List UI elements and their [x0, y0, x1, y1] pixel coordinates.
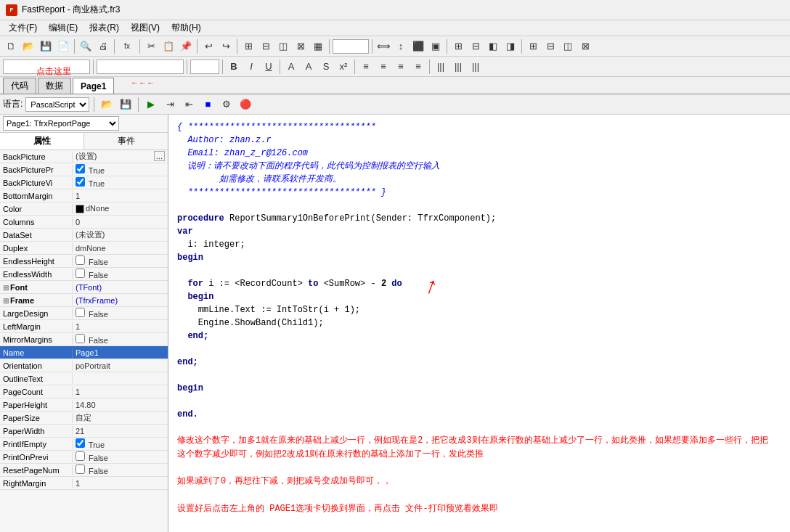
open-btn[interactable]: 📂 [20, 38, 36, 54]
save2-btn[interactable]: 📄 [55, 38, 71, 54]
tb13[interactable]: ⬛ [410, 38, 426, 54]
menu-report[interactable]: 报表(R) [84, 20, 125, 36]
prop-row-paperheight: PaperHeight 14.80 [0, 398, 168, 412]
prop-row-duplex: Duplex dmNone [0, 242, 168, 255]
redo-btn[interactable]: ↪ [218, 38, 234, 54]
tb7[interactable]: ⊟ [258, 38, 274, 54]
menu-bar: 文件(F) 编辑(E) 报表(R) 视图(V) 帮助(H) [0, 20, 790, 36]
sep8 [447, 39, 447, 54]
fsep2 [187, 60, 187, 74]
begin1: begin [177, 251, 781, 264]
underline-btn[interactable]: U [261, 59, 277, 75]
panel-tab-events[interactable]: 事件 [84, 133, 168, 150]
prop-row-endlesswidth: EndlessWidth False [0, 268, 168, 281]
sep2 [114, 39, 115, 54]
step-btn[interactable]: ⇥ [162, 97, 178, 112]
arrow-note: ←←← [131, 78, 155, 87]
sep6 [329, 39, 330, 54]
var-decl: i: integer; [177, 238, 781, 251]
cut-btn[interactable]: ✂ [143, 38, 159, 54]
copy-btn[interactable]: 📋 [160, 38, 176, 54]
align-right-btn[interactable]: ≡ [393, 59, 409, 75]
tb16[interactable]: ⊟ [468, 38, 484, 54]
tb20[interactable]: ⊟ [542, 38, 558, 54]
tb19[interactable]: ⊞ [525, 38, 541, 54]
prop-row-name: Name Page1 [0, 346, 168, 359]
script-x-btn[interactable]: 🔴 [237, 97, 253, 112]
tb6[interactable]: ⊞ [240, 38, 256, 54]
prop-row-backpicturevi: BackPictureVi True [0, 176, 168, 189]
script-cfg-btn[interactable]: ⚙ [219, 97, 235, 112]
prop-row-paperwidth: PaperWidth 21 [0, 425, 168, 438]
zoom-input[interactable] [333, 39, 369, 54]
prop-row-printifempty: PrintIfEmpty True [0, 438, 168, 451]
menu-view[interactable]: 视图(V) [125, 20, 166, 36]
stop-btn[interactable]: ■ [200, 97, 216, 112]
lang-select[interactable]: PascalScript BasicScript CppScript [25, 97, 89, 112]
align-left-btn[interactable]: ≡ [358, 59, 374, 75]
print-btn[interactable]: 🖨 [95, 38, 111, 54]
tb17[interactable]: ◧ [485, 38, 501, 54]
panel-page-select[interactable]: Page1: TfrxReportPage [3, 116, 119, 131]
sub-btn[interactable]: x² [335, 59, 351, 75]
undo-btn[interactable]: ↩ [200, 38, 216, 54]
panel-header: Page1: TfrxReportPage [0, 115, 168, 133]
prop-row-papersize: PaperSize 自定 [0, 412, 168, 425]
tb-f2[interactable]: ||| [450, 59, 466, 75]
prop-row-mirrormargins: MirrorMargins False [0, 333, 168, 346]
tb-f1[interactable]: ||| [433, 59, 449, 75]
tb15[interactable]: ⊞ [450, 38, 466, 54]
tb10[interactable]: ▦ [310, 38, 326, 54]
strikeout-btn[interactable]: S [318, 59, 334, 75]
tb22[interactable]: ⊠ [577, 38, 593, 54]
align-justify-btn[interactable]: ≡ [410, 59, 426, 75]
annotation3: 设置好后点击左上角的 PAGE1选项卡切换到界面，再点击 文件-打印预览看效果即 [177, 502, 781, 516]
style-input[interactable] [3, 60, 90, 74]
toolbar-2: B I U A A S x² ≡ ≡ ≡ ≡ ||| ||| ||| [0, 57, 790, 77]
sep4 [197, 39, 198, 54]
tb-f3[interactable]: ||| [468, 59, 484, 75]
run-btn[interactable]: ▶ [143, 97, 159, 112]
window-title: FastReport - 商业格式.fr3 [22, 4, 120, 16]
prop-row-resetpagenum: ResetPageNum False [0, 464, 168, 477]
menu-file[interactable]: 文件(F) [3, 20, 43, 36]
italic-btn[interactable]: I [243, 59, 259, 75]
tb12[interactable]: ↕ [393, 38, 409, 54]
panel-tab-props[interactable]: 属性 [0, 133, 84, 150]
tb11[interactable]: ⟺ [375, 38, 391, 54]
for-block: for i := <RecordCount> to <SumRow> - 2 d… [177, 277, 781, 343]
menu-help[interactable]: 帮助(H) [166, 20, 207, 36]
sep3 [139, 39, 140, 54]
align-center-btn[interactable]: ≡ [375, 59, 391, 75]
tab-page1[interactable]: Page1 [73, 78, 114, 94]
font-size-input[interactable] [190, 60, 219, 74]
step2-btn[interactable]: ⇤ [181, 97, 197, 112]
tb8[interactable]: ◫ [275, 38, 291, 54]
menu-edit[interactable]: 编辑(E) [43, 20, 84, 36]
save-btn[interactable]: 💾 [38, 38, 54, 54]
prop-row-bottommargin: BottomMargin 1 [0, 189, 168, 202]
tb9[interactable]: ⊠ [293, 38, 309, 54]
tb18[interactable]: ◨ [502, 38, 518, 54]
tb14[interactable]: ▣ [428, 38, 444, 54]
comment-block: { ************************************ A… [177, 120, 781, 199]
red-arrow: ↑ [418, 269, 443, 306]
open-script-btn[interactable]: 📂 [99, 97, 115, 112]
prop-row-backpicturepr: BackPicturePr True [0, 163, 168, 176]
formula-btn[interactable]: fx [118, 38, 137, 54]
prop-row-color: Color dNone [0, 202, 168, 216]
prop-row-dataset: DataSet (未设置) [0, 229, 168, 242]
font-family-input[interactable] [97, 60, 184, 74]
font-color-btn[interactable]: A [283, 59, 299, 75]
tab-data[interactable]: 数据 [38, 78, 71, 94]
paste-btn[interactable]: 📌 [178, 38, 194, 54]
highlight-btn[interactable]: A [301, 59, 317, 75]
bold-btn[interactable]: B [226, 59, 242, 75]
new-btn[interactable]: 🗋 [3, 38, 19, 54]
tb21[interactable]: ◫ [560, 38, 576, 54]
preview-btn[interactable]: 🔍 [78, 38, 94, 54]
code-editor[interactable]: { ************************************ A… [168, 115, 790, 532]
panel-tabs: 属性 事件 [0, 133, 168, 150]
tab-code[interactable]: 代码 [3, 78, 36, 94]
save-script-btn[interactable]: 💾 [118, 97, 134, 112]
